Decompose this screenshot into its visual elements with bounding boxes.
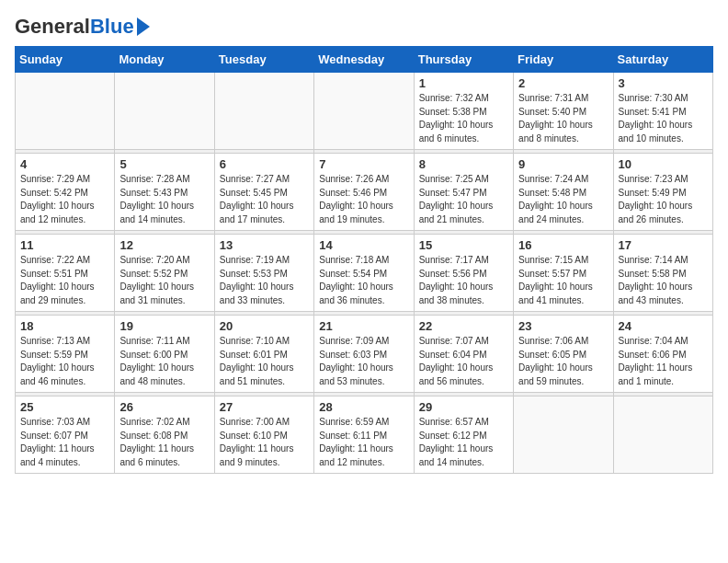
calendar-cell: 8Sunrise: 7:25 AM Sunset: 5:47 PM Daylig… <box>414 154 513 231</box>
calendar-cell <box>16 73 115 150</box>
day-info: Sunrise: 7:04 AM Sunset: 6:06 PM Dayligh… <box>619 335 708 388</box>
day-info: Sunrise: 7:25 AM Sunset: 5:47 PM Dayligh… <box>419 173 508 226</box>
day-number: 7 <box>319 157 408 171</box>
day-info: Sunrise: 7:27 AM Sunset: 5:45 PM Dayligh… <box>220 173 309 226</box>
day-number: 17 <box>619 238 708 252</box>
day-number: 11 <box>20 238 109 252</box>
day-number: 23 <box>518 319 608 333</box>
day-number: 25 <box>20 400 109 414</box>
calendar-cell: 28Sunrise: 6:59 AM Sunset: 6:11 PM Dayli… <box>314 396 414 474</box>
day-info: Sunrise: 7:30 AM Sunset: 5:41 PM Dayligh… <box>619 92 708 145</box>
calendar-cell <box>314 73 414 150</box>
calendar-cell <box>514 396 613 474</box>
day-number: 6 <box>220 157 309 171</box>
day-info: Sunrise: 7:31 AM Sunset: 5:40 PM Dayligh… <box>518 92 608 145</box>
day-info: Sunrise: 7:17 AM Sunset: 5:56 PM Dayligh… <box>419 254 508 307</box>
calendar-cell: 15Sunrise: 7:17 AM Sunset: 5:56 PM Dayli… <box>414 235 513 312</box>
calendar-cell: 2Sunrise: 7:31 AM Sunset: 5:40 PM Daylig… <box>514 73 613 150</box>
calendar-cell: 3Sunrise: 7:30 AM Sunset: 5:41 PM Daylig… <box>613 73 712 150</box>
day-number: 10 <box>619 157 708 171</box>
day-info: Sunrise: 7:10 AM Sunset: 6:01 PM Dayligh… <box>220 335 309 388</box>
weekday-saturday: Saturday <box>613 47 712 73</box>
day-number: 5 <box>119 157 209 171</box>
day-info: Sunrise: 6:59 AM Sunset: 6:11 PM Dayligh… <box>319 416 408 469</box>
day-number: 13 <box>220 238 309 252</box>
day-number: 20 <box>220 319 309 333</box>
calendar-cell: 6Sunrise: 7:27 AM Sunset: 5:45 PM Daylig… <box>214 154 313 231</box>
calendar-cell: 9Sunrise: 7:24 AM Sunset: 5:48 PM Daylig… <box>514 154 613 231</box>
calendar-cell: 14Sunrise: 7:18 AM Sunset: 5:54 PM Dayli… <box>314 235 414 312</box>
weekday-monday: Monday <box>115 47 214 73</box>
day-number: 4 <box>20 157 109 171</box>
day-number: 1 <box>419 76 508 90</box>
day-number: 26 <box>119 400 209 414</box>
weekday-thursday: Thursday <box>414 47 513 73</box>
calendar-week-row: 18Sunrise: 7:13 AM Sunset: 5:59 PM Dayli… <box>16 316 713 393</box>
calendar-week-row: 4Sunrise: 7:29 AM Sunset: 5:42 PM Daylig… <box>16 154 713 231</box>
day-info: Sunrise: 7:24 AM Sunset: 5:48 PM Dayligh… <box>518 173 608 226</box>
calendar-cell <box>613 396 712 474</box>
calendar-cell: 4Sunrise: 7:29 AM Sunset: 5:42 PM Daylig… <box>16 154 115 231</box>
day-info: Sunrise: 7:00 AM Sunset: 6:10 PM Dayligh… <box>220 416 309 469</box>
day-number: 21 <box>319 319 408 333</box>
calendar-cell: 17Sunrise: 7:14 AM Sunset: 5:58 PM Dayli… <box>613 235 712 312</box>
calendar-cell: 5Sunrise: 7:28 AM Sunset: 5:43 PM Daylig… <box>115 154 214 231</box>
calendar-cell: 12Sunrise: 7:20 AM Sunset: 5:52 PM Dayli… <box>115 235 214 312</box>
calendar-cell: 13Sunrise: 7:19 AM Sunset: 5:53 PM Dayli… <box>214 235 313 312</box>
weekday-tuesday: Tuesday <box>214 47 313 73</box>
day-info: Sunrise: 7:32 AM Sunset: 5:38 PM Dayligh… <box>419 92 508 145</box>
day-info: Sunrise: 7:13 AM Sunset: 5:59 PM Dayligh… <box>20 335 109 388</box>
weekday-wednesday: Wednesday <box>314 47 414 73</box>
calendar-cell: 23Sunrise: 7:06 AM Sunset: 6:05 PM Dayli… <box>514 316 613 393</box>
day-info: Sunrise: 7:02 AM Sunset: 6:08 PM Dayligh… <box>119 416 209 469</box>
day-info: Sunrise: 7:07 AM Sunset: 6:04 PM Dayligh… <box>419 335 508 388</box>
day-info: Sunrise: 7:15 AM Sunset: 5:57 PM Dayligh… <box>518 254 608 307</box>
logo: General Blue <box>15 15 150 39</box>
calendar-cell <box>214 73 313 150</box>
day-number: 12 <box>119 238 209 252</box>
calendar-cell: 16Sunrise: 7:15 AM Sunset: 5:57 PM Dayli… <box>514 235 613 312</box>
calendar-cell: 20Sunrise: 7:10 AM Sunset: 6:01 PM Dayli… <box>214 316 313 393</box>
logo-blue: Blue <box>90 15 134 39</box>
calendar-cell: 11Sunrise: 7:22 AM Sunset: 5:51 PM Dayli… <box>16 235 115 312</box>
day-info: Sunrise: 7:28 AM Sunset: 5:43 PM Dayligh… <box>119 173 209 226</box>
calendar-cell: 10Sunrise: 7:23 AM Sunset: 5:49 PM Dayli… <box>613 154 712 231</box>
day-number: 29 <box>419 400 508 414</box>
day-info: Sunrise: 7:18 AM Sunset: 5:54 PM Dayligh… <box>319 254 408 307</box>
day-number: 24 <box>619 319 708 333</box>
calendar-cell: 29Sunrise: 6:57 AM Sunset: 6:12 PM Dayli… <box>414 396 513 474</box>
day-number: 2 <box>518 76 608 90</box>
day-info: Sunrise: 7:06 AM Sunset: 6:05 PM Dayligh… <box>518 335 608 388</box>
page-header: General Blue <box>15 15 713 39</box>
day-info: Sunrise: 6:57 AM Sunset: 6:12 PM Dayligh… <box>419 416 508 469</box>
calendar-week-row: 25Sunrise: 7:03 AM Sunset: 6:07 PM Dayli… <box>16 396 713 474</box>
day-info: Sunrise: 7:03 AM Sunset: 6:07 PM Dayligh… <box>20 416 109 469</box>
weekday-header-row: SundayMondayTuesdayWednesdayThursdayFrid… <box>16 47 713 73</box>
logo-arrow-icon <box>137 17 150 36</box>
day-info: Sunrise: 7:22 AM Sunset: 5:51 PM Dayligh… <box>20 254 109 307</box>
day-number: 8 <box>419 157 508 171</box>
day-info: Sunrise: 7:20 AM Sunset: 5:52 PM Dayligh… <box>119 254 209 307</box>
calendar-cell: 26Sunrise: 7:02 AM Sunset: 6:08 PM Dayli… <box>115 396 214 474</box>
calendar-cell: 22Sunrise: 7:07 AM Sunset: 6:04 PM Dayli… <box>414 316 513 393</box>
day-info: Sunrise: 7:09 AM Sunset: 6:03 PM Dayligh… <box>319 335 408 388</box>
calendar-cell <box>115 73 214 150</box>
day-info: Sunrise: 7:19 AM Sunset: 5:53 PM Dayligh… <box>220 254 309 307</box>
weekday-sunday: Sunday <box>16 47 115 73</box>
day-number: 3 <box>619 76 708 90</box>
calendar-cell: 21Sunrise: 7:09 AM Sunset: 6:03 PM Dayli… <box>314 316 414 393</box>
day-number: 15 <box>419 238 508 252</box>
day-info: Sunrise: 7:26 AM Sunset: 5:46 PM Dayligh… <box>319 173 408 226</box>
calendar-cell: 27Sunrise: 7:00 AM Sunset: 6:10 PM Dayli… <box>214 396 313 474</box>
day-info: Sunrise: 7:29 AM Sunset: 5:42 PM Dayligh… <box>20 173 109 226</box>
calendar-cell: 18Sunrise: 7:13 AM Sunset: 5:59 PM Dayli… <box>16 316 115 393</box>
day-info: Sunrise: 7:11 AM Sunset: 6:00 PM Dayligh… <box>119 335 209 388</box>
day-number: 22 <box>419 319 508 333</box>
day-number: 18 <box>20 319 109 333</box>
calendar-cell: 25Sunrise: 7:03 AM Sunset: 6:07 PM Dayli… <box>16 396 115 474</box>
calendar-table: SundayMondayTuesdayWednesdayThursdayFrid… <box>15 46 713 474</box>
calendar-cell: 19Sunrise: 7:11 AM Sunset: 6:00 PM Dayli… <box>115 316 214 393</box>
day-number: 19 <box>119 319 209 333</box>
day-number: 27 <box>220 400 309 414</box>
day-info: Sunrise: 7:23 AM Sunset: 5:49 PM Dayligh… <box>619 173 708 226</box>
